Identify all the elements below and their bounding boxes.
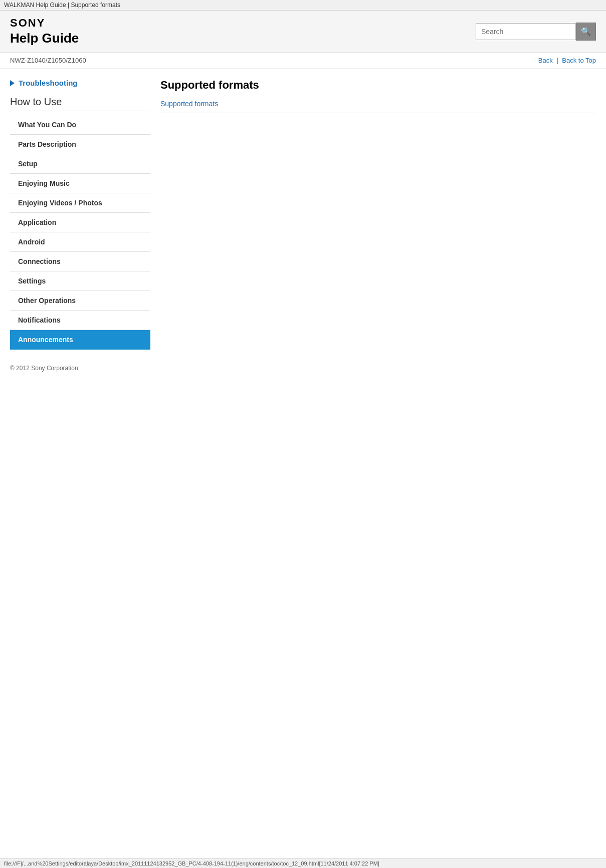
sidebar-item-announcements[interactable]: Announcements: [10, 330, 150, 350]
search-area: 🔍: [476, 23, 596, 41]
nav-links: Back | Back to Top: [538, 57, 596, 64]
sidebar: Troubleshooting How to Use What You Can …: [10, 79, 150, 372]
nav-bar: NWZ-Z1040/Z1050/Z1060 Back | Back to Top: [0, 53, 606, 69]
content-area: Supported formats Supported formats: [160, 79, 596, 372]
back-to-top-link[interactable]: Back to Top: [562, 57, 596, 64]
copyright: © 2012 Sony Corporation: [10, 360, 150, 372]
back-link[interactable]: Back: [538, 57, 553, 64]
sidebar-item-other-operations[interactable]: Other Operations: [10, 291, 150, 311]
troubleshooting-link[interactable]: Troubleshooting: [10, 79, 150, 87]
troubleshooting-label: Troubleshooting: [19, 79, 78, 87]
supported-formats-link[interactable]: Supported formats: [160, 100, 218, 108]
browser-title-text: WALKMAN Help Guide | Supported formats: [4, 2, 120, 9]
how-to-use-heading: How to Use: [10, 96, 150, 111]
chevron-right-icon: [10, 80, 15, 86]
sidebar-item-enjoying-videos-photos[interactable]: Enjoying Videos / Photos: [10, 193, 150, 213]
sidebar-item-parts-description[interactable]: Parts Description: [10, 135, 150, 154]
sidebar-item-what-you-can-do[interactable]: What You Can Do: [10, 115, 150, 135]
nav-separator: |: [556, 57, 560, 64]
sidebar-item-notifications[interactable]: Notifications: [10, 311, 150, 330]
model-number: NWZ-Z1040/Z1050/Z1060: [10, 57, 86, 64]
sidebar-item-setup[interactable]: Setup: [10, 154, 150, 174]
header-branding: SONY Help Guide: [10, 17, 79, 46]
search-icon: 🔍: [581, 27, 591, 36]
help-guide-title: Help Guide: [10, 31, 79, 46]
content-divider: [160, 113, 596, 113]
main-container: Troubleshooting How to Use What You Can …: [0, 69, 606, 382]
sidebar-item-enjoying-music[interactable]: Enjoying Music: [10, 174, 150, 193]
sidebar-item-android[interactable]: Android: [10, 232, 150, 252]
content-title: Supported formats: [160, 79, 596, 92]
sony-logo: SONY: [10, 17, 79, 30]
sidebar-item-application[interactable]: Application: [10, 213, 150, 232]
search-input[interactable]: [476, 23, 576, 40]
sidebar-item-connections[interactable]: Connections: [10, 252, 150, 271]
search-button[interactable]: 🔍: [576, 23, 596, 41]
browser-title-bar: WALKMAN Help Guide | Supported formats: [0, 0, 606, 11]
page-header: SONY Help Guide 🔍: [0, 11, 606, 53]
sidebar-item-settings[interactable]: Settings: [10, 271, 150, 291]
